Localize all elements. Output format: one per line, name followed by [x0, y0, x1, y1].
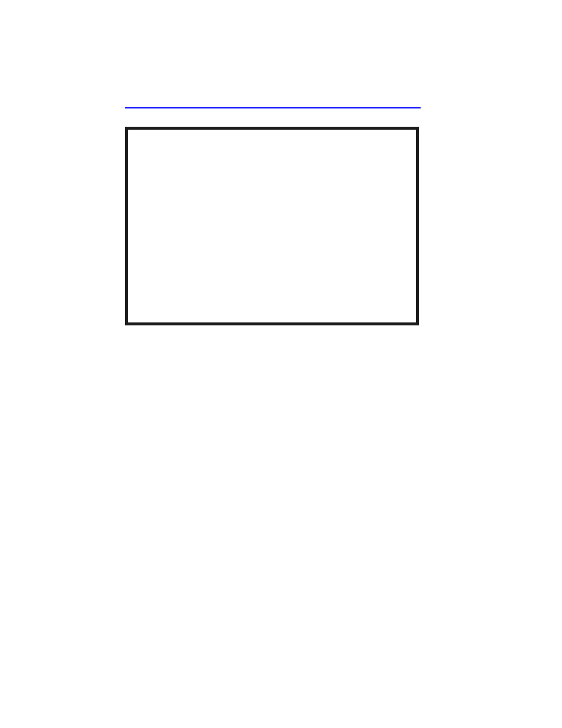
horizontal-rule-link[interactable] — [125, 107, 421, 108]
figure-frame — [125, 127, 419, 325]
document-page — [0, 0, 562, 728]
figure-border — [125, 127, 419, 325]
